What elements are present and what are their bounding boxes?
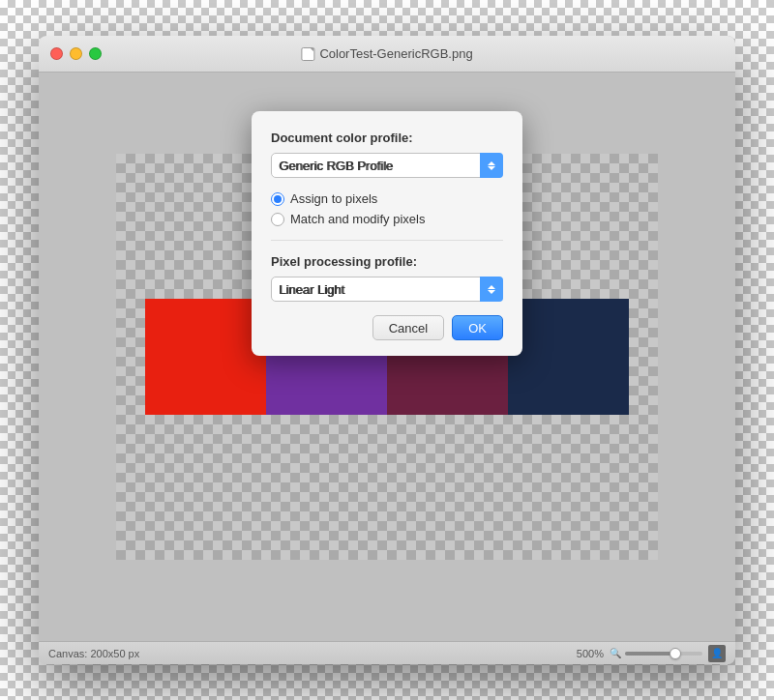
document-color-profile-select-wrapper: Generic RGB Profile Generic RGB Profile <box>271 153 503 178</box>
status-right: 500% 🔍 👤 <box>577 645 726 662</box>
zoom-level: 500% <box>577 648 604 659</box>
document-color-profile-select[interactable]: Generic RGB Profile <box>271 153 503 178</box>
outer-background: ColorTest-GenericRGB.png Document color … <box>0 0 774 700</box>
radio-assign-label: Assign to pixels <box>290 191 377 206</box>
cancel-button[interactable]: Cancel <box>372 315 444 340</box>
pixel-processing-select[interactable]: Linear Light <box>271 277 503 302</box>
zoom-slider-thumb <box>670 648 681 659</box>
zoom-slider[interactable] <box>625 652 702 656</box>
radio-match-option[interactable]: Match and modify pixels <box>271 212 503 226</box>
radio-match-label: Match and modify pixels <box>290 212 425 226</box>
canvas-area: Document color profile: Generic RGB Prof… <box>39 73 735 641</box>
window-title-group: ColorTest-GenericRGB.png <box>301 46 472 61</box>
zoom-out-icon[interactable]: 🔍 <box>610 648 621 658</box>
dialog-overlay: Document color profile: Generic RGB Prof… <box>252 111 522 356</box>
swatch-navy <box>508 299 629 415</box>
dialog-divider <box>271 240 503 241</box>
zoom-slider-container: 🔍 <box>610 648 702 658</box>
mac-window: ColorTest-GenericRGB.png Document color … <box>39 36 735 664</box>
radio-assign-circle <box>271 192 284 206</box>
pixel-processing-label: Pixel processing profile: <box>271 254 503 269</box>
status-bar: Canvas: 200x50 px 500% 🔍 👤 <box>39 641 735 664</box>
ok-button[interactable]: OK <box>452 315 503 340</box>
radio-assign-option[interactable]: Assign to pixels <box>271 191 503 206</box>
close-button[interactable] <box>50 47 63 60</box>
window-title: ColorTest-GenericRGB.png <box>319 46 472 61</box>
title-bar: ColorTest-GenericRGB.png <box>39 36 735 73</box>
document-color-profile-label: Document color profile: <box>271 131 503 145</box>
dialog-buttons: Cancel OK <box>271 315 503 340</box>
user-icon[interactable]: 👤 <box>708 645 726 662</box>
radio-group: Assign to pixels Match and modify pixels <box>271 191 503 226</box>
traffic-lights <box>50 47 102 60</box>
maximize-button[interactable] <box>89 47 102 60</box>
minimize-button[interactable] <box>70 47 82 60</box>
document-icon <box>301 47 314 61</box>
canvas-info: Canvas: 200x50 px <box>48 648 577 659</box>
radio-match-circle <box>271 213 284 226</box>
pixel-processing-select-wrapper: Linear Light Linear Light <box>271 277 503 302</box>
swatch-red <box>145 299 266 415</box>
color-profile-dialog: Document color profile: Generic RGB Prof… <box>252 111 522 356</box>
